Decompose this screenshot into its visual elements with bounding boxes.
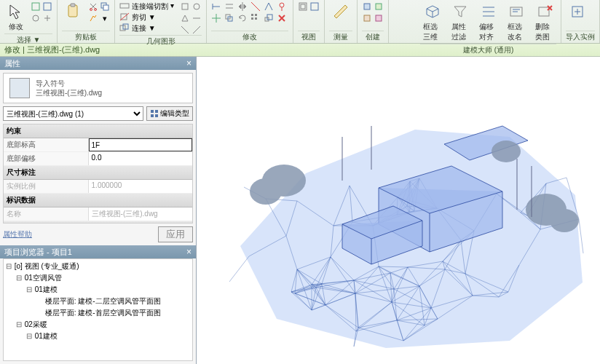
rotate-icon[interactable] xyxy=(237,13,248,23)
cat-id[interactable]: 标识数据 xyxy=(4,194,192,207)
icon-b[interactable] xyxy=(42,1,52,12)
mirror-icon[interactable] xyxy=(237,1,248,12)
properties-title[interactable]: 属性 × xyxy=(0,57,196,70)
apply-button[interactable]: 应用 xyxy=(158,226,193,242)
tree-node[interactable]: 楼层平面: 建模-二层空调风管平面图 xyxy=(5,296,191,307)
offset-icon[interactable] xyxy=(224,1,234,12)
g2-icon[interactable] xyxy=(192,1,202,12)
tree-node[interactable]: ⊟ 02采暖 xyxy=(5,319,191,331)
move-icon[interactable] xyxy=(211,13,221,23)
icon-a[interactable] xyxy=(31,1,41,12)
clipboard-small-icons: ▾ xyxy=(88,1,110,23)
split-icon[interactable] xyxy=(250,1,261,12)
properties-grid[interactable]: 约束 底部标高 底部偏移0.0 尺寸标注 实例比例1.000000 标识数据 名… xyxy=(3,124,193,223)
svg-rect-28 xyxy=(364,4,370,9)
edit-type-button[interactable]: 编辑类型 xyxy=(146,106,193,121)
g4-icon[interactable] xyxy=(192,13,202,23)
join-geom-button[interactable]: 连接 ▼ xyxy=(119,23,174,33)
ribbon-group-select: 修改 选择 ▼ xyxy=(0,0,58,43)
g3-icon[interactable] xyxy=(180,13,190,23)
group-label-bm: 建模大师 (通用) xyxy=(420,44,556,56)
group-label-view: 视图 xyxy=(298,31,320,43)
group-label-create: 创建 xyxy=(362,31,384,43)
cat-constraint[interactable]: 约束 xyxy=(4,124,192,138)
scale-icon[interactable] xyxy=(264,13,274,23)
c1-icon[interactable] xyxy=(362,1,372,12)
project-browser-tree[interactable]: ⊟ [o] 视图 (专业_暖通)⊟ 01空调风管⊟ 01建模 楼层平面: 建模-… xyxy=(3,258,193,361)
c2-icon[interactable] xyxy=(374,1,384,12)
icon-c[interactable] xyxy=(31,13,41,23)
family-text: 导入符号 三维视图-(三维).dwg xyxy=(36,79,102,98)
delete-icon[interactable] xyxy=(277,13,287,23)
svg-point-41 xyxy=(250,178,282,205)
svg-rect-4 xyxy=(71,4,75,7)
paste-button[interactable] xyxy=(62,1,85,22)
measure-button[interactable] xyxy=(329,1,352,22)
svg-point-44 xyxy=(492,141,521,162)
browser-title[interactable]: 项目浏览器 - 项目1 × xyxy=(0,245,196,258)
svg-point-6 xyxy=(95,9,97,11)
bm-3dselect-button[interactable]: 框选三维 xyxy=(420,1,444,44)
base-level-input[interactable] xyxy=(89,138,192,151)
context-tab-label: 修改 | 三维视图-(三维).dwg xyxy=(4,44,100,55)
svg-rect-21 xyxy=(251,17,253,20)
trim-icon[interactable] xyxy=(264,1,274,12)
align-icon[interactable] xyxy=(211,1,221,12)
tree-node[interactable]: 楼层平面: 建模-首层空调风管平面图 xyxy=(5,307,191,319)
svg-rect-0 xyxy=(32,3,39,10)
ribbon-group-import: 导入实例 xyxy=(561,0,600,43)
g5-icon[interactable] xyxy=(180,25,190,35)
cat-dim[interactable]: 尺寸标注 xyxy=(4,166,192,180)
svg-point-15 xyxy=(194,4,200,9)
brush-icon[interactable]: ▾ xyxy=(100,13,110,23)
bm-filter-button[interactable]: 属性过滤 xyxy=(449,1,473,44)
ribbon-group-clipboard: ▾ 剪贴板 xyxy=(58,0,115,43)
close-icon[interactable]: × xyxy=(186,247,192,257)
ribbon-group-view: 视图 xyxy=(293,0,325,43)
c4-icon[interactable] xyxy=(374,13,384,23)
ribbon-group-create: 创建 xyxy=(358,0,389,43)
g6-icon[interactable] xyxy=(192,25,202,35)
icon-d[interactable] xyxy=(42,13,52,23)
type-preview[interactable]: 导入符号 三维视图-(三维).dwg xyxy=(3,73,193,103)
table-row: 名称三维视图-(三维).dwg xyxy=(4,207,192,221)
svg-rect-30 xyxy=(364,15,370,21)
svg-point-5 xyxy=(90,9,92,11)
cat-other[interactable]: 其他 xyxy=(4,221,192,223)
edit-icon xyxy=(150,109,159,118)
group-label-measure: 测量 xyxy=(329,31,352,43)
tree-node[interactable]: ⊟ 01空调风管 xyxy=(5,272,191,284)
type-selector[interactable]: 三维视图-(三维).dwg (1) xyxy=(3,106,143,121)
g1-icon[interactable] xyxy=(180,1,190,12)
svg-point-43 xyxy=(550,209,579,232)
cut-icon[interactable] xyxy=(88,1,98,12)
table-row: 实例比例1.000000 xyxy=(4,180,192,194)
modify-button[interactable]: 修改 xyxy=(4,1,28,33)
bm-delete-button[interactable]: 删除类图 xyxy=(532,1,556,44)
bm-rename-button[interactable]: 框选改名 xyxy=(505,1,529,44)
bm-offset-button[interactable]: 偏移对齐 xyxy=(476,1,500,44)
pin-icon[interactable] xyxy=(277,1,287,12)
tree-node[interactable]: ⊟ 01建模 xyxy=(5,331,191,342)
v1-icon[interactable] xyxy=(298,1,308,12)
tree-node[interactable]: ⊟ 01建模 xyxy=(5,284,191,296)
array-icon[interactable] xyxy=(250,13,261,23)
svg-rect-33 xyxy=(539,7,549,16)
main-area: 属性 × 导入符号 三维视图-(三维).dwg 三维视图-(三维).dwg (1… xyxy=(0,57,600,364)
copy-icon[interactable] xyxy=(100,1,110,12)
match-icon[interactable] xyxy=(88,13,98,23)
tree-node[interactable]: ⊟ [o] 视图 (专业_暖通) xyxy=(5,261,191,272)
geom-small xyxy=(180,1,202,35)
properties-help-link[interactable]: 属性帮助 xyxy=(3,229,32,240)
v2-icon[interactable] xyxy=(309,1,320,12)
ribbon-group-bm: 框选三维 属性过滤 偏移对齐 框选改名 删除类图 建模大师 (通用) xyxy=(416,0,561,43)
copy2-icon[interactable] xyxy=(224,13,234,23)
ribbon-group-geometry: 连接端切割▾ 剪切 ▼ 连接 ▼ 几何图形 xyxy=(115,0,207,43)
3d-view-canvas[interactable] xyxy=(197,57,600,364)
c3-icon[interactable] xyxy=(362,13,372,23)
cut-geom-button[interactable]: 剪切 ▼ xyxy=(119,12,174,23)
import-button[interactable] xyxy=(566,1,589,22)
svg-rect-8 xyxy=(103,5,108,10)
cope-button[interactable]: 连接端切割▾ xyxy=(119,1,174,12)
close-icon[interactable]: × xyxy=(186,58,192,68)
